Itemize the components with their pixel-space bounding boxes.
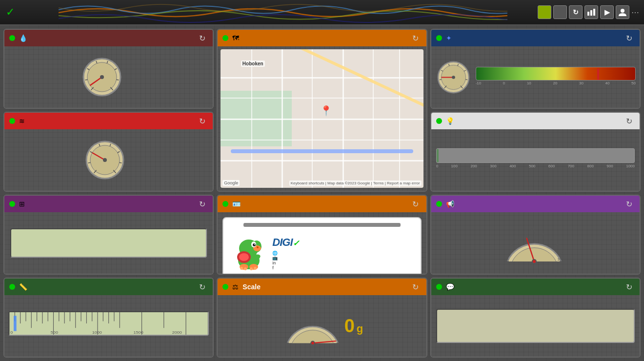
rfid-website: 🌐 📺 in f bbox=[272, 251, 298, 270]
light-body: 01002003004005006007008009001000 bbox=[431, 129, 640, 191]
distance-body: 0 500 1000 1500 2000 bbox=[4, 295, 213, 357]
sms-body bbox=[431, 295, 640, 357]
svg-line-64 bbox=[550, 238, 552, 240]
logo-checkmark: ✓ bbox=[6, 6, 15, 19]
rfid-yoshi bbox=[229, 234, 268, 273]
widget-light-level: 💡 ↻ 01002003004005006007008009001000 bbox=[430, 112, 641, 192]
scale-title: Scale bbox=[242, 283, 261, 291]
gnss-icon: 🗺 bbox=[232, 34, 239, 42]
svg-line-31 bbox=[88, 162, 90, 163]
aq-refresh-btn[interactable]: ↻ bbox=[196, 115, 208, 127]
svg-line-110 bbox=[334, 329, 337, 331]
svg-point-56 bbox=[254, 267, 257, 270]
svg-line-65 bbox=[556, 244, 558, 246]
keypad-status-dot bbox=[9, 201, 15, 207]
widget-distance: 📏 ↻ bbox=[3, 278, 214, 358]
widget-rfid: 🪪 ↻ bbox=[217, 195, 427, 275]
soil-refresh-btn[interactable]: ↻ bbox=[196, 32, 208, 44]
rfid-card: DIGI✓ 🌐 📺 in f bbox=[222, 217, 421, 275]
svg-point-45 bbox=[253, 243, 256, 246]
scale-gauge bbox=[281, 306, 344, 345]
scale-refresh-btn[interactable]: ↻ bbox=[410, 281, 422, 293]
light-bar-outer bbox=[436, 148, 635, 163]
scale-icon: ⚖ bbox=[232, 283, 239, 291]
distance-header: 📏 ↻ bbox=[4, 279, 213, 295]
distance-status-dot bbox=[9, 284, 15, 290]
gnss-status-dot bbox=[222, 35, 228, 41]
sms-display bbox=[436, 309, 635, 343]
widget-bluetooth: ✦ ↻ bbox=[430, 29, 641, 109]
svg-line-59 bbox=[511, 244, 513, 246]
noise-gauge: 0 50 100 bbox=[503, 222, 566, 264]
noise-icon: 📢 bbox=[446, 200, 454, 208]
rfid-icon: 🪪 bbox=[232, 200, 241, 208]
header-dots: ⋯ bbox=[631, 8, 639, 17]
svg-point-39 bbox=[103, 158, 107, 162]
noise-refresh-btn[interactable]: ↻ bbox=[623, 198, 635, 210]
svg-text:0: 0 bbox=[10, 331, 13, 335]
keypad-header: ⊞ ↻ bbox=[4, 196, 213, 212]
svg-line-66 bbox=[560, 252, 563, 253]
main-grid: 💧 ↻ bbox=[0, 25, 644, 361]
svg-text:1000: 1000 bbox=[92, 331, 102, 335]
sms-header: 💬 ↻ bbox=[431, 279, 640, 295]
ctrl-btn-chart[interactable] bbox=[584, 5, 598, 19]
bt-status-dot bbox=[436, 35, 442, 41]
svg-point-15 bbox=[100, 75, 104, 79]
bt-icon: ✦ bbox=[446, 34, 452, 42]
bt-refresh-btn[interactable]: ↻ bbox=[623, 32, 635, 44]
aq-body bbox=[4, 129, 213, 191]
scale-status-dot bbox=[222, 284, 228, 290]
light-refresh-btn[interactable]: ↻ bbox=[623, 115, 635, 127]
svg-point-55 bbox=[250, 267, 253, 270]
light-scale: 01002003004005006007008009001000 bbox=[436, 164, 635, 168]
svg-point-73 bbox=[533, 260, 536, 263]
svg-line-107 bbox=[299, 319, 300, 321]
distance-icon: 📏 bbox=[19, 283, 27, 291]
svg-point-46 bbox=[254, 244, 255, 245]
rfid-info-panel: DIGI✓ 🌐 📺 in f bbox=[272, 236, 298, 270]
svg-point-49 bbox=[239, 253, 249, 261]
rfid-refresh-btn[interactable]: ↻ bbox=[410, 198, 422, 210]
gnss-body: Hoboken 📍 Google Keyboard shortcuts | Ma… bbox=[218, 46, 426, 191]
noise-header: 📢 ↻ bbox=[431, 196, 640, 212]
svg-rect-99 bbox=[14, 316, 17, 331]
svg-point-3 bbox=[621, 9, 624, 13]
svg-line-36 bbox=[119, 162, 121, 163]
soil-status-dot bbox=[9, 35, 15, 41]
svg-line-24 bbox=[465, 79, 467, 80]
keypad-refresh-btn[interactable]: ↻ bbox=[196, 198, 208, 210]
svg-text:500: 500 bbox=[51, 331, 59, 335]
logo: ✓ bbox=[5, 6, 15, 19]
svg-text:0: 0 bbox=[506, 257, 509, 261]
aq-gauge bbox=[83, 138, 127, 182]
ctrl-btn-user[interactable] bbox=[616, 5, 629, 19]
bt-temp-indicator bbox=[597, 68, 599, 80]
bt-right-panel: -1001020304050 bbox=[476, 67, 636, 87]
ctrl-btn-2[interactable] bbox=[553, 5, 567, 19]
rfid-digi-logo: DIGI✓ bbox=[272, 236, 298, 249]
bt-gauge bbox=[435, 59, 472, 96]
keypad-body bbox=[4, 212, 213, 274]
gnss-refresh-btn[interactable]: ↻ bbox=[410, 32, 422, 44]
widget-soil-moisture: 💧 ↻ bbox=[3, 29, 214, 109]
distance-refresh-btn[interactable]: ↻ bbox=[196, 281, 208, 293]
light-icon: 💡 bbox=[446, 117, 454, 125]
keypad-icon: ⊞ bbox=[19, 200, 25, 208]
svg-point-47 bbox=[257, 246, 259, 248]
map-city-label: Hoboken bbox=[241, 60, 265, 67]
ctrl-btn-refresh[interactable]: ↻ bbox=[569, 5, 583, 19]
widget-gnss: 🗺 ↻ bbox=[217, 29, 427, 192]
noise-body: 0 50 100 bbox=[431, 212, 640, 274]
ctrl-btn-play[interactable]: ▶ bbox=[600, 5, 614, 19]
light-value-row bbox=[534, 170, 537, 172]
widget-keypad: ⊞ ↻ bbox=[3, 195, 214, 275]
light-bar-section: 01002003004005006007008009001000 bbox=[436, 148, 635, 168]
header-decoration bbox=[59, 0, 507, 24]
rfid-header: 🪪 ↻ bbox=[218, 196, 426, 212]
ctrl-btn-1[interactable] bbox=[538, 5, 551, 19]
svg-text:2000: 2000 bbox=[172, 331, 182, 335]
bt-temp-bar bbox=[476, 67, 636, 80]
svg-point-114 bbox=[311, 341, 314, 344]
sms-refresh-btn[interactable]: ↻ bbox=[623, 281, 635, 293]
